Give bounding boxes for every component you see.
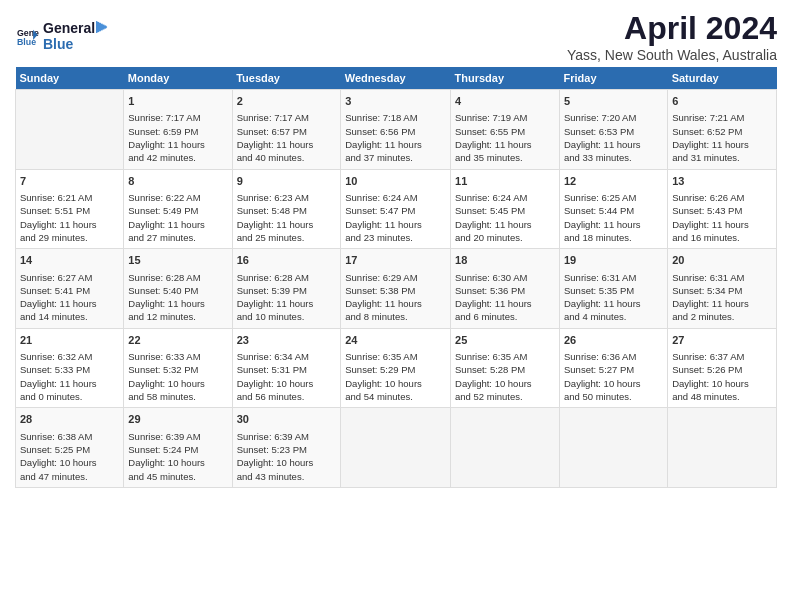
day-info-line: and 18 minutes.	[564, 231, 663, 244]
day-number: 11	[455, 174, 555, 189]
day-info-line: Sunset: 5:48 PM	[237, 204, 337, 217]
day-number: 14	[20, 253, 119, 268]
day-info-line: Daylight: 10 hours	[345, 377, 446, 390]
day-info-line: Sunrise: 6:27 AM	[20, 271, 119, 284]
day-info-line: Sunset: 5:43 PM	[672, 204, 772, 217]
day-info-line: Daylight: 10 hours	[564, 377, 663, 390]
calendar-cell: 2Sunrise: 7:17 AMSunset: 6:57 PMDaylight…	[232, 90, 341, 170]
title-block: April 2024 Yass, New South Wales, Austra…	[567, 10, 777, 63]
weekday-header-saturday: Saturday	[668, 67, 777, 90]
day-info-line: Sunrise: 7:17 AM	[128, 111, 227, 124]
day-info-line: Sunrise: 6:22 AM	[128, 191, 227, 204]
day-info-line: Sunset: 5:34 PM	[672, 284, 772, 297]
day-info-line: and 4 minutes.	[564, 310, 663, 323]
day-number: 7	[20, 174, 119, 189]
day-info-line: Sunrise: 6:24 AM	[345, 191, 446, 204]
day-info-line: Daylight: 11 hours	[345, 297, 446, 310]
calendar-cell: 20Sunrise: 6:31 AMSunset: 5:34 PMDayligh…	[668, 249, 777, 329]
day-info-line: Sunset: 5:41 PM	[20, 284, 119, 297]
day-info-line: Sunrise: 6:38 AM	[20, 430, 119, 443]
day-info-line: Sunset: 6:56 PM	[345, 125, 446, 138]
weekday-header-tuesday: Tuesday	[232, 67, 341, 90]
day-info-line: Sunset: 5:31 PM	[237, 363, 337, 376]
day-info-line: Sunrise: 6:25 AM	[564, 191, 663, 204]
day-info-line: and 40 minutes.	[237, 151, 337, 164]
calendar-week-1: 1Sunrise: 7:17 AMSunset: 6:59 PMDaylight…	[16, 90, 777, 170]
day-info-line: Sunset: 5:33 PM	[20, 363, 119, 376]
calendar-cell: 9Sunrise: 6:23 AMSunset: 5:48 PMDaylight…	[232, 169, 341, 249]
day-info-line: Sunset: 5:35 PM	[564, 284, 663, 297]
day-number: 25	[455, 333, 555, 348]
calendar-cell: 27Sunrise: 6:37 AMSunset: 5:26 PMDayligh…	[668, 328, 777, 408]
day-info-line: Daylight: 11 hours	[672, 297, 772, 310]
day-number: 9	[237, 174, 337, 189]
calendar-cell: 23Sunrise: 6:34 AMSunset: 5:31 PMDayligh…	[232, 328, 341, 408]
day-info-line: Daylight: 11 hours	[128, 297, 227, 310]
day-info-line: and 0 minutes.	[20, 390, 119, 403]
day-info-line: Daylight: 11 hours	[128, 138, 227, 151]
day-info-line: Sunset: 5:39 PM	[237, 284, 337, 297]
calendar-cell: 18Sunrise: 6:30 AMSunset: 5:36 PMDayligh…	[451, 249, 560, 329]
day-number: 18	[455, 253, 555, 268]
day-info-line: Sunrise: 6:28 AM	[128, 271, 227, 284]
day-info-line: Sunrise: 7:21 AM	[672, 111, 772, 124]
day-info-line: Daylight: 11 hours	[455, 138, 555, 151]
day-info-line: Sunset: 5:40 PM	[128, 284, 227, 297]
day-info-line: Sunset: 5:29 PM	[345, 363, 446, 376]
day-info-line: Daylight: 11 hours	[20, 218, 119, 231]
calendar-cell: 28Sunrise: 6:38 AMSunset: 5:25 PMDayligh…	[16, 408, 124, 488]
day-info-line: Daylight: 11 hours	[564, 138, 663, 151]
day-info-line: Sunset: 5:27 PM	[564, 363, 663, 376]
day-info-line: Sunset: 5:45 PM	[455, 204, 555, 217]
day-info-line: Daylight: 10 hours	[20, 456, 119, 469]
day-info-line: Sunset: 6:55 PM	[455, 125, 555, 138]
calendar-cell: 25Sunrise: 6:35 AMSunset: 5:28 PMDayligh…	[451, 328, 560, 408]
weekday-header-row: SundayMondayTuesdayWednesdayThursdayFrid…	[16, 67, 777, 90]
day-info-line: and 10 minutes.	[237, 310, 337, 323]
logo: General Blue General⯈ Blue	[15, 21, 109, 52]
day-info-line: Daylight: 11 hours	[237, 218, 337, 231]
day-info-line: and 37 minutes.	[345, 151, 446, 164]
logo-icon: General Blue	[17, 26, 39, 48]
calendar-cell: 15Sunrise: 6:28 AMSunset: 5:40 PMDayligh…	[124, 249, 232, 329]
day-info-line: Sunrise: 6:26 AM	[672, 191, 772, 204]
calendar-cell	[560, 408, 668, 488]
header: General Blue General⯈ Blue April 2024 Ya…	[15, 10, 777, 63]
day-info-line: Sunset: 6:57 PM	[237, 125, 337, 138]
day-info-line: Sunrise: 6:37 AM	[672, 350, 772, 363]
day-info-line: Daylight: 11 hours	[455, 297, 555, 310]
day-info-line: and 35 minutes.	[455, 151, 555, 164]
calendar-week-4: 21Sunrise: 6:32 AMSunset: 5:33 PMDayligh…	[16, 328, 777, 408]
day-info-line: Daylight: 11 hours	[564, 297, 663, 310]
day-number: 10	[345, 174, 446, 189]
weekday-header-wednesday: Wednesday	[341, 67, 451, 90]
calendar-cell	[341, 408, 451, 488]
weekday-header-sunday: Sunday	[16, 67, 124, 90]
day-info-line: Daylight: 11 hours	[455, 218, 555, 231]
day-info-line: Daylight: 10 hours	[237, 377, 337, 390]
calendar-cell: 21Sunrise: 6:32 AMSunset: 5:33 PMDayligh…	[16, 328, 124, 408]
day-info-line: Sunset: 5:38 PM	[345, 284, 446, 297]
calendar-cell: 13Sunrise: 6:26 AMSunset: 5:43 PMDayligh…	[668, 169, 777, 249]
day-info-line: Sunset: 6:59 PM	[128, 125, 227, 138]
day-number: 20	[672, 253, 772, 268]
day-info-line: Daylight: 10 hours	[128, 377, 227, 390]
day-info-line: Sunrise: 6:24 AM	[455, 191, 555, 204]
day-info-line: and 8 minutes.	[345, 310, 446, 323]
day-info-line: Sunrise: 6:35 AM	[455, 350, 555, 363]
calendar-cell: 29Sunrise: 6:39 AMSunset: 5:24 PMDayligh…	[124, 408, 232, 488]
day-info-line: Daylight: 11 hours	[237, 138, 337, 151]
day-info-line: and 58 minutes.	[128, 390, 227, 403]
day-info-line: Daylight: 11 hours	[345, 138, 446, 151]
day-info-line: and 47 minutes.	[20, 470, 119, 483]
day-info-line: and 52 minutes.	[455, 390, 555, 403]
day-info-line: and 27 minutes.	[128, 231, 227, 244]
day-info-line: Sunrise: 6:34 AM	[237, 350, 337, 363]
day-info-line: Daylight: 10 hours	[237, 456, 337, 469]
day-info-line: Sunrise: 6:28 AM	[237, 271, 337, 284]
day-info-line: Sunrise: 6:33 AM	[128, 350, 227, 363]
logo-line2: Blue	[43, 37, 109, 52]
day-number: 26	[564, 333, 663, 348]
day-info-line: Daylight: 10 hours	[128, 456, 227, 469]
day-info-line: and 56 minutes.	[237, 390, 337, 403]
